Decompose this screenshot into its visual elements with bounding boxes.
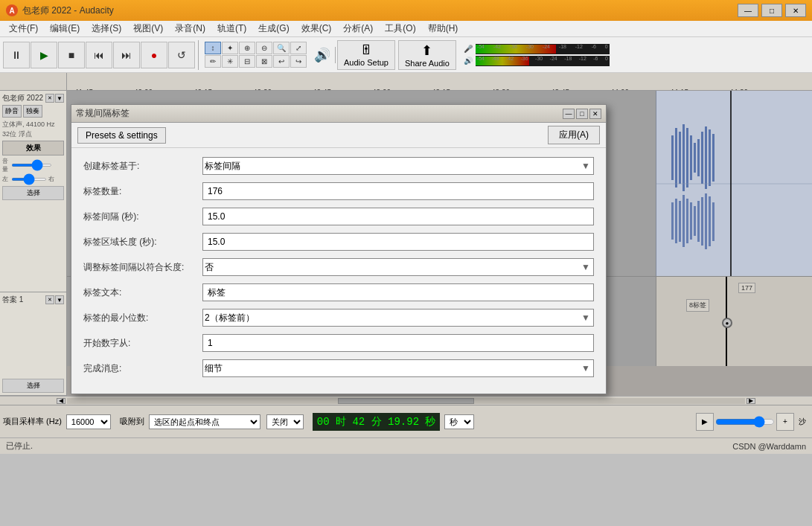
form-row-1: 标签数量: <box>83 182 594 200</box>
dialog-title-bar: 常规间隔标签 — □ ✕ <box>71 105 606 123</box>
play-bottom[interactable]: ▶ <box>696 413 714 431</box>
form-select-8[interactable]: 细节 ▼ <box>202 359 594 377</box>
svg-rect-23 <box>709 196 711 246</box>
maximize-button[interactable]: □ <box>761 4 782 17</box>
menu-view[interactable]: 视图(V) <box>127 21 169 36</box>
track2-dropdown[interactable]: ▼ <box>55 295 64 304</box>
form-label-7: 开始数字从: <box>83 337 202 350</box>
svg-rect-15 <box>679 201 681 242</box>
pause-button[interactable]: ⏸ <box>3 42 30 68</box>
form-input-2[interactable] <box>202 208 594 225</box>
dialog-title: 常规间隔标签 <box>76 107 563 120</box>
form-label-0: 创建标签基于: <box>83 160 202 173</box>
dialog-minimize[interactable]: — <box>563 109 575 119</box>
form-select-0[interactable]: 标签间隔 ▼ <box>202 157 594 175</box>
menu-analyze[interactable]: 分析(A) <box>337 21 379 36</box>
dropdown-arrow-6: ▼ <box>580 312 592 323</box>
apply-button[interactable]: 应用(A) <box>548 126 600 144</box>
track1-close[interactable]: ✕ <box>45 94 54 103</box>
track2-select[interactable]: 选择 <box>2 379 64 393</box>
track1-select[interactable]: 选择 <box>2 186 64 200</box>
svg-rect-14 <box>675 199 677 243</box>
minimize-button[interactable]: — <box>738 4 758 17</box>
label-177: 177 <box>738 283 755 293</box>
form-select-6[interactable]: 2（标签前） ▼ <box>202 309 594 327</box>
zoom-sel-tool[interactable]: 🔍 <box>273 42 290 54</box>
dialog-toolbar: Presets & settings 应用(A) <box>71 123 606 148</box>
svg-rect-5 <box>686 128 688 187</box>
menu-select[interactable]: 选择(S) <box>86 21 127 36</box>
close-select[interactable]: 关闭 <box>266 414 304 429</box>
scroll-right[interactable]: ▶ <box>747 398 755 404</box>
form-label-5: 标签文本: <box>83 286 202 299</box>
share-audio-button[interactable]: ⬆ Share Audio <box>398 40 456 70</box>
menu-effects[interactable]: 效果(C) <box>295 21 338 36</box>
snap-select[interactable]: 选区的起点和终点 <box>149 414 260 429</box>
transport-controls: ⏸ ▶ ■ ⏮ ⏭ ● ↺ <box>3 40 199 70</box>
prev-button[interactable]: ⏮ <box>86 42 112 68</box>
envelope-tool[interactable]: ✦ <box>222 42 238 54</box>
next-button[interactable]: ⏭ <box>113 42 140 68</box>
form-input-3[interactable] <box>202 233 594 251</box>
menu-record[interactable]: 录音(N) <box>169 21 211 36</box>
track1-solo[interactable]: 独奏 <box>23 105 42 118</box>
zoom-out-tool[interactable]: ⊖ <box>256 42 272 54</box>
time-unit-select[interactable]: 秒 <box>444 414 474 429</box>
dialog-close[interactable]: ✕ <box>589 109 601 119</box>
svg-rect-4 <box>682 124 685 191</box>
timeline-ruler: 41:45 42:00 42:15 42:30 42:45 43:00 43:1… <box>0 73 812 91</box>
form-row-7: 开始数字从: <box>83 334 594 352</box>
trim-tool[interactable]: ⊟ <box>239 55 255 68</box>
menu-file[interactable]: 文件(F) <box>3 21 44 36</box>
menu-help[interactable]: 帮助(H) <box>422 21 464 36</box>
menu-track[interactable]: 轨道(T) <box>211 21 252 36</box>
loop-button[interactable]: ↺ <box>168 42 195 68</box>
form-row-2: 标签间隔 (秒): <box>83 208 594 225</box>
title-bar: A 包老师 2022 - Audacity — □ ✕ <box>0 0 812 21</box>
playback-controls-bottom: ▶ + 沙 <box>696 413 809 431</box>
sand-label: 沙 <box>796 417 809 427</box>
dialog-maximize[interactable]: □ <box>576 109 588 119</box>
sample-rate-select[interactable]: 16000 <box>66 414 111 429</box>
multi-tool[interactable]: ✳ <box>222 55 238 68</box>
track2-close[interactable]: ✕ <box>45 295 54 304</box>
menu-edit[interactable]: 编辑(E) <box>44 21 86 36</box>
status-bar: 已停止. CSDN @Warddamn <box>0 437 812 454</box>
track1-volume-slider[interactable] <box>11 164 52 167</box>
h-scrollbar[interactable]: ◀ ▶ <box>0 396 812 405</box>
form-input-5[interactable] <box>202 283 594 301</box>
redo-tool[interactable]: ↪ <box>290 55 307 68</box>
presets-button[interactable]: Presets & settings <box>77 127 166 144</box>
draw-tool[interactable]: ✏ <box>205 55 221 68</box>
track1-dropdown[interactable]: ▼ <box>55 94 64 103</box>
audio-setup-button[interactable]: 🎚 Audio Setup <box>337 40 395 70</box>
svg-rect-13 <box>671 202 674 240</box>
form-input-7[interactable] <box>202 334 594 352</box>
dropdown-arrow-4: ▼ <box>580 262 592 272</box>
track1-pan-slider[interactable] <box>11 178 47 181</box>
expand-bottom[interactable]: + <box>776 413 794 431</box>
svg-rect-21 <box>701 197 703 246</box>
menu-generate[interactable]: 生成(G) <box>252 21 295 36</box>
svg-rect-18 <box>690 202 692 240</box>
undo-tool[interactable]: ↩ <box>273 55 290 68</box>
svg-rect-8 <box>697 139 700 176</box>
menu-tools[interactable]: 工具(O) <box>379 21 421 36</box>
menu-bar: 文件(F) 编辑(E) 选择(S) 视图(V) 录音(N) 轨道(T) 生成(G… <box>0 21 812 37</box>
form-row-5: 标签文本: <box>83 283 594 301</box>
form-input-1[interactable] <box>202 182 594 200</box>
silence-tool[interactable]: ⊠ <box>256 55 272 68</box>
scroll-left[interactable]: ◀ <box>57 398 65 404</box>
dialog-regular-labels[interactable]: 常规间隔标签 — □ ✕ Presets & settings 应用(A) 创建… <box>71 104 607 394</box>
zoom-in-tool[interactable]: ⊕ <box>239 42 255 54</box>
fit-tool[interactable]: ⤢ <box>290 42 307 54</box>
lr-right-label: 右 <box>48 175 56 183</box>
form-select-4[interactable]: 否 ▼ <box>202 258 594 276</box>
play-button[interactable]: ▶ <box>31 42 57 68</box>
close-button[interactable]: ✕ <box>785 4 806 17</box>
volume-bottom-slider[interactable] <box>715 416 775 428</box>
record-button[interactable]: ● <box>141 42 167 68</box>
stop-button[interactable]: ■ <box>58 42 85 68</box>
track1-mute[interactable]: 静音 <box>2 105 22 118</box>
select-tool[interactable]: ↕ <box>205 42 221 54</box>
